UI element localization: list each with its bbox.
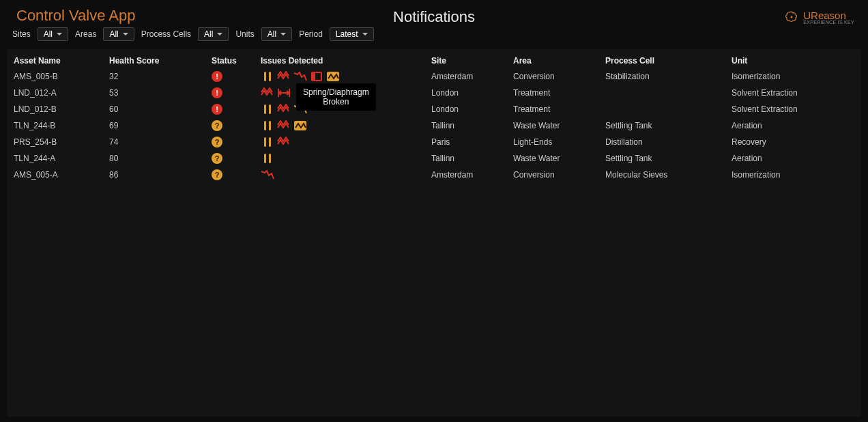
filter-sites-value: All — [44, 29, 53, 39]
cell-area: Waste Water — [513, 121, 605, 130]
oscillation-bars-icon[interactable] — [261, 120, 274, 131]
cell-asset: LND_012-A — [14, 88, 109, 98]
cell-health: 80 — [109, 154, 212, 163]
filter-units-dropdown[interactable]: All — [261, 27, 292, 41]
col-header-health[interactable]: Health Score — [109, 56, 212, 66]
alert-icon[interactable]: ! — [212, 104, 222, 115]
drift-down-red-icon[interactable] — [293, 71, 307, 82]
issue-tooltip: Spring/DiaphragmBroken — [296, 83, 376, 111]
table-row[interactable]: AMS_005-A86?AmsterdamConversionMolecular… — [7, 167, 861, 183]
cell-status: ! — [212, 87, 261, 98]
filter-label-sites: Sites — [11, 29, 32, 39]
svg-rect-16 — [264, 154, 266, 163]
filter-sites-dropdown[interactable]: All — [38, 27, 68, 41]
chevron-down-icon — [280, 33, 286, 36]
filter-units-value: All — [267, 29, 276, 39]
zigzag-red-icon[interactable] — [277, 104, 291, 115]
table-row[interactable]: TLN_244-A80?TallinnWaste WaterSettling T… — [7, 150, 861, 167]
page-title: Notifications — [393, 8, 475, 26]
alert-icon[interactable]: ! — [212, 87, 222, 98]
warning-icon[interactable]: ? — [212, 120, 222, 131]
cell-issues: Spring/DiaphragmBroken — [261, 87, 431, 98]
cell-asset: TLN_244-B — [14, 121, 109, 130]
cell-status: ? — [212, 137, 261, 147]
cell-process-cell: Molecular Sieves — [605, 170, 732, 180]
chevron-down-icon — [362, 33, 368, 36]
table-row[interactable]: PRS_254-B74?ParisLight-EndsDistillationR… — [7, 134, 861, 150]
notifications-table: Asset Name Health Score Status Issues De… — [7, 49, 861, 417]
cell-issues — [261, 137, 431, 147]
col-header-area[interactable]: Area — [513, 56, 605, 66]
cell-area: Waste Water — [513, 154, 605, 163]
cell-site: London — [431, 104, 513, 114]
filter-period-value: Latest — [336, 29, 358, 39]
cell-site: Paris — [431, 137, 513, 147]
cell-site: London — [431, 88, 513, 98]
zigzag-red-icon[interactable] — [277, 137, 291, 147]
col-header-cell[interactable]: Process Cell — [605, 56, 732, 66]
svg-rect-15 — [269, 137, 271, 147]
table-row[interactable]: TLN_244-B69?TallinnWaste WaterSettling T… — [7, 117, 861, 134]
brand-logo[interactable]: UReason EXPERIENCE IS KEY — [784, 10, 854, 25]
cell-unit: Isomerization — [732, 170, 854, 180]
cell-asset: LND_012-B — [14, 104, 109, 114]
cell-site: Tallinn — [431, 154, 513, 163]
cell-process-cell: Distillation — [605, 137, 732, 147]
oscillation-bars-icon[interactable] — [261, 153, 274, 164]
filter-cells-value: All — [204, 29, 213, 39]
col-header-status[interactable]: Status — [212, 56, 261, 66]
cell-issues — [261, 71, 431, 82]
cell-unit: Solvent Extraction — [732, 88, 854, 98]
svg-rect-9 — [264, 104, 266, 114]
oscillation-bars-icon[interactable] — [261, 137, 274, 147]
cell-unit: Recovery — [732, 137, 854, 147]
svg-rect-11 — [264, 121, 266, 130]
table-row[interactable]: LND_012-B60!LondonTreatmentSolvent Extra… — [7, 101, 861, 117]
oscillation-bars-icon[interactable] — [261, 104, 274, 115]
zigzag-orange-icon[interactable] — [293, 120, 307, 131]
brand-tagline: EXPERIENCE IS KEY — [803, 20, 854, 25]
alert-icon[interactable]: ! — [212, 71, 222, 82]
col-header-asset[interactable]: Asset Name — [14, 56, 109, 66]
warning-icon[interactable]: ? — [212, 169, 222, 180]
filter-cells-dropdown[interactable]: All — [198, 27, 229, 41]
zigzag-orange-icon[interactable] — [326, 71, 340, 82]
cell-unit: Solvent Extraction — [732, 104, 854, 114]
warning-icon[interactable]: ? — [212, 137, 222, 147]
filter-areas-dropdown[interactable]: All — [103, 27, 134, 41]
drift-down-red-icon[interactable] — [261, 169, 274, 180]
svg-rect-10 — [269, 104, 271, 114]
col-header-unit[interactable]: Unit — [732, 56, 854, 66]
zigzag-red-icon[interactable] — [277, 120, 291, 131]
table-row[interactable]: LND_012-A53!Spring/DiaphragmBrokenLondon… — [7, 85, 861, 101]
cell-status: ? — [212, 169, 261, 180]
zigzag-red-icon[interactable] — [261, 87, 274, 98]
svg-rect-1 — [264, 72, 266, 81]
cell-status: ! — [212, 104, 261, 115]
cell-area: Conversion — [513, 72, 605, 81]
cell-asset: TLN_244-A — [14, 154, 109, 163]
cell-area: Light-Ends — [513, 137, 605, 147]
col-header-issues[interactable]: Issues Detected — [261, 56, 431, 66]
cell-site: Tallinn — [431, 121, 513, 130]
warning-icon[interactable]: ? — [212, 153, 222, 164]
cell-health: 74 — [109, 137, 212, 147]
cell-health: 60 — [109, 104, 212, 114]
stuck-red-icon[interactable] — [310, 71, 323, 82]
chevron-down-icon — [57, 33, 62, 36]
zigzag-red-icon[interactable] — [277, 71, 291, 82]
svg-rect-12 — [269, 121, 271, 130]
filter-label-areas: Areas — [74, 29, 98, 39]
table-row[interactable]: AMS_005-B32!AmsterdamConversionStabiliza… — [7, 68, 861, 85]
filter-label-period: Period — [298, 29, 324, 39]
svg-rect-14 — [264, 137, 266, 147]
spring-broken-icon[interactable] — [277, 87, 291, 98]
cell-asset: AMS_005-B — [14, 72, 109, 81]
cell-area: Conversion — [513, 170, 605, 180]
filter-period-dropdown[interactable]: Latest — [330, 27, 374, 41]
cell-status: ? — [212, 120, 261, 131]
oscillation-bars-icon[interactable] — [261, 71, 274, 82]
cell-unit: Isomerization — [732, 72, 854, 81]
filter-label-units: Units — [234, 29, 255, 39]
col-header-site[interactable]: Site — [431, 56, 513, 66]
